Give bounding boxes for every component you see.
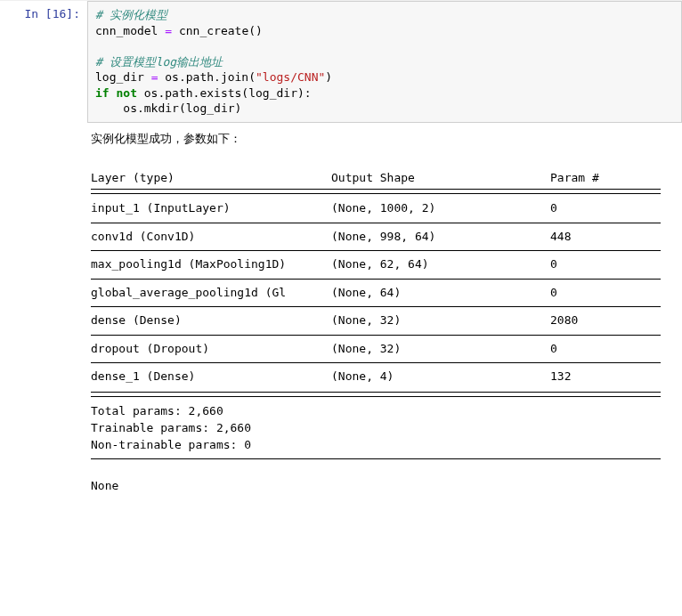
double-separator xyxy=(91,392,661,397)
table-row: conv1d (Conv1D)(None, 998, 64)448 xyxy=(91,223,661,251)
col-shape-header: Output Shape xyxy=(331,165,550,189)
output-tail: None xyxy=(91,479,118,492)
col-param-header: Param # xyxy=(550,165,661,189)
table-header-row: Layer (type) Output Shape Param # xyxy=(91,165,661,189)
code-text: os.path.exists(log_dir): xyxy=(137,86,312,100)
model-summary-table: Layer (type) Output Shape Param # input_… xyxy=(91,165,661,398)
table-row: global_average_pooling1d (Gl(None, 64)0 xyxy=(91,279,661,307)
code-input[interactable]: # 实例化模型 cnn_model = cnn_create() # 设置模型l… xyxy=(87,1,682,123)
table-row: dropout (Dropout)(None, 32)0 xyxy=(91,335,661,363)
table-row: max_pooling1d (MaxPooling1D)(None, 62, 6… xyxy=(91,251,661,280)
code-text: os.mkdir(log_dir) xyxy=(95,101,241,115)
code-text: log_dir xyxy=(95,70,151,84)
code-text: ) xyxy=(325,70,332,84)
output-line: 实例化模型成功，参数如下： xyxy=(91,130,678,148)
code-operator: = xyxy=(165,24,172,37)
code-keyword: not xyxy=(116,86,136,100)
double-separator xyxy=(91,189,661,194)
code-comment: # 设置模型log输出地址 xyxy=(95,55,223,69)
params-summary: Total params: 2,660 Trainable params: 2,… xyxy=(91,398,661,454)
input-prompt: In [16]: xyxy=(0,1,87,501)
code-text: cnn_create() xyxy=(172,24,263,37)
table-row: dense (Dense)(None, 32)2080 xyxy=(91,307,661,336)
col-layer-header: Layer (type) xyxy=(91,165,331,189)
nontrainable-params: Non-trainable params: 0 xyxy=(91,438,251,451)
notebook-cell: In [16]: # 实例化模型 cnn_model = cnn_create(… xyxy=(0,0,682,501)
code-text: cnn_model xyxy=(95,24,165,37)
total-params: Total params: 2,660 xyxy=(91,404,223,417)
cell-output: 实例化模型成功，参数如下： Layer (type) Output Shape … xyxy=(87,123,682,502)
code-keyword: if xyxy=(95,86,110,100)
table-row: input_1 (InputLayer)(None, 1000, 2)0 xyxy=(91,195,661,223)
code-string: "logs/CNN" xyxy=(256,70,325,84)
trainable-params: Trainable params: 2,660 xyxy=(91,421,251,434)
code-text: os.path.join( xyxy=(158,70,256,84)
cell-content: # 实例化模型 cnn_model = cnn_create() # 设置模型l… xyxy=(87,1,682,501)
separator xyxy=(91,458,661,459)
code-comment: # 实例化模型 xyxy=(95,8,167,21)
table-row: dense_1 (Dense)(None, 4)132 xyxy=(91,363,661,391)
